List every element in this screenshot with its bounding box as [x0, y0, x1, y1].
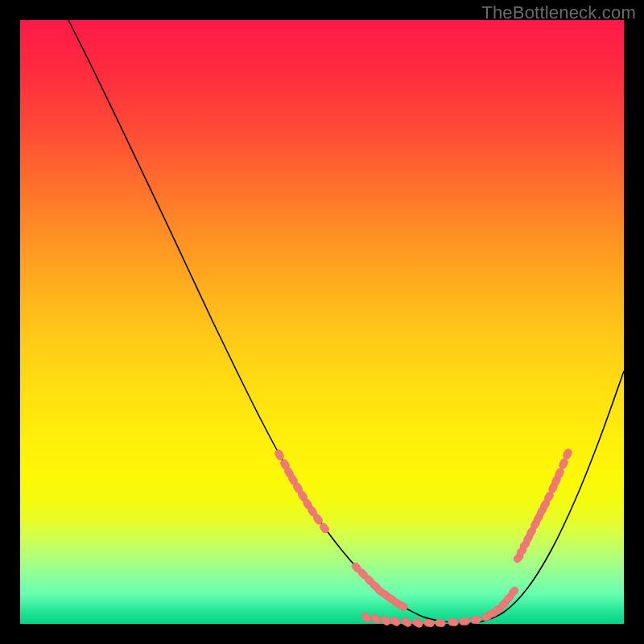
curve-markers [274, 448, 573, 629]
curve-marker [400, 617, 413, 629]
chart-frame: TheBottleneck.com [0, 0, 644, 644]
curve-marker [389, 616, 402, 628]
curve-marker [459, 617, 469, 625]
chart-svg [20, 20, 624, 624]
curve-marker [274, 448, 285, 461]
curve-marker [435, 619, 446, 627]
bottleneck-curve [68, 20, 624, 623]
curve-marker [379, 614, 392, 626]
curve-marker [558, 457, 569, 470]
curve-marker [562, 448, 573, 460]
watermark-text: TheBottleneck.com [481, 2, 636, 23]
chart-plot-area [20, 20, 624, 624]
curve-marker [411, 617, 424, 629]
curve-marker [448, 618, 459, 626]
curve-marker [360, 611, 373, 624]
curve-marker [470, 616, 481, 624]
curve-marker [369, 613, 382, 625]
